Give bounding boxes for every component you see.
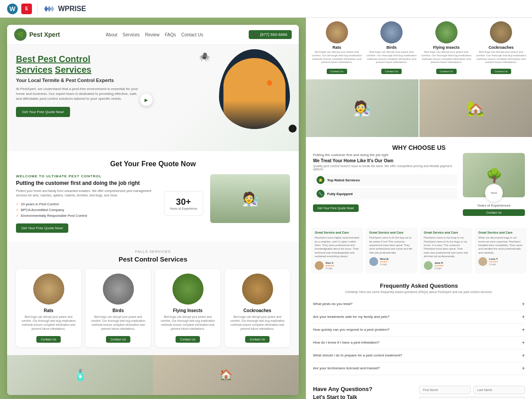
review-label-3: Great Service and Care	[424, 231, 469, 234]
fly-avatar	[435, 21, 458, 43]
why-choose-section: WHY CHOOSE US Putting the customer first…	[306, 139, 532, 224]
contact-title: Have Any Questions?	[313, 386, 414, 392]
nav-faqs[interactable]: FAQs	[165, 32, 176, 37]
reviewer-avatar-3	[424, 261, 433, 270]
faq-q1: What pests do you treat?	[313, 302, 352, 306]
services-label: FALLS SERVICES	[16, 250, 290, 254]
nav-services[interactable]: Services	[123, 32, 140, 37]
birds-contact-btn[interactable]: Contact Us	[106, 336, 130, 343]
hero-person-image	[223, 58, 286, 129]
strip-image-1: 🧴	[7, 355, 153, 395]
first-name-input[interactable]	[419, 386, 471, 394]
pest-card-roach-right: Cockroaches Bed bugs can disrupt your pe…	[476, 21, 527, 74]
contact-section: Have Any Questions? Let's Start to Talk …	[306, 380, 532, 399]
cockroaches-desc: Bed bugs can disrupt your peace and comf…	[229, 315, 286, 331]
quote-cta-button[interactable]: Get Your Free Quote Now!	[16, 223, 68, 233]
faq-item-6[interactable]: Are your technicians licensed and traine…	[313, 362, 525, 375]
bird-btn-right[interactable]: Contact Us	[381, 69, 402, 74]
services-title: Pest Control Services	[16, 255, 290, 263]
reviewer-info-2: Nina B. ★★★★☆ Google	[380, 258, 414, 266]
hero-text: Best Pest Control Services Services Your…	[16, 54, 140, 117]
rats-contact-btn[interactable]: Contact Us	[36, 336, 61, 343]
reviewer-1: Alex F. ★★★★★ Google	[315, 261, 360, 270]
flying-image	[172, 274, 203, 305]
nav-about[interactable]: About	[106, 32, 117, 37]
reviewer-info-4: Luna T. ★★★★★ Google	[489, 258, 523, 266]
quote-features: ✓20 years in Pest Control ✓BPCA Accredit…	[16, 201, 153, 219]
why-putting: Putting the customer first and doing the…	[313, 153, 458, 157]
cockroaches-contact-btn[interactable]: Contact Us	[245, 336, 270, 343]
dots-pattern: · · · ·· · · ·· · · ·	[205, 51, 219, 62]
elementor-icon[interactable]: E	[21, 4, 32, 14]
play-button[interactable]: ▶	[140, 94, 153, 106]
quote-image: 🧑‍🔬	[210, 174, 290, 223]
why-feature-top-rated: ⭐ Top Rated Services	[313, 174, 458, 186]
why-left: Putting the customer first and doing the…	[313, 153, 458, 216]
why-cta-button[interactable]: Get Your Free Quote Now!	[313, 204, 359, 212]
right-content: Rats Bed bugs can disrupt your peace and…	[306, 18, 532, 399]
quote-inner: WELCOME TO ULTIMATE PEST CONTROL Putting…	[16, 174, 290, 233]
faq-plus-3: +	[522, 327, 525, 333]
rat-btn-right[interactable]: Contact Us	[327, 69, 347, 74]
nav-contact[interactable]: Contact Us	[181, 32, 203, 37]
site-logo: 🌿 Pest Xpert	[14, 28, 60, 41]
equipped-label: Fully Equipped	[327, 192, 352, 196]
hero-cta-button[interactable]: Get Your Free Quote Now!	[16, 107, 70, 117]
years-number: 30+	[170, 197, 197, 207]
last-name-input[interactable]	[473, 386, 525, 394]
bird-avatar	[380, 21, 403, 43]
quote-title: Get Your Free Quote Now	[16, 160, 290, 168]
roach-btn-right[interactable]: Contact Us	[491, 69, 511, 74]
review-card-3: Great Service and Care PestXpert came to…	[420, 227, 472, 273]
top-rated-icon: ⭐	[317, 176, 325, 184]
orange-dot-decoration	[267, 80, 272, 86]
why-right: 🌳 Years Years of Experiences Contact Us	[463, 153, 525, 216]
review-text-2: PestXpert came to fix the bug not to be …	[369, 236, 414, 254]
faq-item-4[interactable]: How do I know if I have a pest infestati…	[313, 336, 525, 349]
why-content: Putting the customer first and doing the…	[313, 153, 525, 216]
service-card-cockroaches: Cockroaches Bed bugs can disrupt your pe…	[225, 269, 290, 347]
services-grid: Rats Bed bugs can disrupt your peace and…	[16, 269, 290, 347]
bird-name-right: Birds	[366, 45, 418, 50]
nav-review[interactable]: Review	[145, 32, 160, 37]
birds-image	[103, 274, 134, 305]
pest-card-flying-right: Flying Insects Bed bugs can disrupt your…	[421, 21, 472, 74]
review-card-4: Great Service and Care When we discovere…	[475, 227, 527, 273]
nav-cta-phone[interactable]: 📞 (877) 550-6666	[249, 30, 292, 39]
contact-subtitle: Let's Start to Talk	[313, 394, 414, 399]
divider	[37, 4, 38, 14]
faq-item-5[interactable]: What should I do to prepare for a pest c…	[313, 349, 525, 362]
years-badge: 30+ Years of Experience	[164, 191, 203, 216]
quote-section: Get Your Free Quote Now WELCOME TO ULTIM…	[7, 151, 299, 242]
faq-plus-4: +	[522, 340, 525, 346]
faq-plus-5: +	[522, 352, 525, 359]
fly-btn-right[interactable]: Contact Us	[436, 69, 457, 74]
pest-worker-image: 🧑‍🔬	[210, 174, 290, 223]
review-card-1: Great Service and Care PestXpert came hi…	[311, 227, 363, 273]
quote-desc: Protect your home and family from unwant…	[16, 189, 153, 198]
exp-contact-btn[interactable]: Contact Us	[463, 209, 525, 216]
faq-q2: Are your treatments safe for my family a…	[313, 315, 390, 319]
quote-label: WELCOME TO ULTIMATE PEST CONTROL	[16, 174, 153, 178]
wprise-logo[interactable]: WPRISE	[43, 4, 86, 13]
exp-label: Years of Experiences	[463, 203, 525, 207]
quote-heading: Putting the customer first and doing the…	[16, 180, 153, 186]
why-image: 🌳 Years	[463, 153, 525, 197]
right-image-2: 🏡	[419, 79, 532, 137]
faq-item-1[interactable]: What pests do you treat? +	[313, 298, 525, 311]
top-rated-label: Top Rated Services	[327, 178, 360, 182]
wordpress-icon[interactable]: W	[7, 4, 18, 14]
review-text-1: PestXpert came highly recommended by a n…	[315, 236, 360, 258]
review-card-2: Great Service and Care PestXpert came to…	[366, 227, 418, 273]
flying-contact-btn[interactable]: Contact Us	[176, 336, 200, 343]
fly-name-right: Flying Insects	[421, 45, 472, 50]
rat-desc-right: Bed bugs can disrupt your peace and comf…	[311, 51, 363, 64]
top-bar: W E WPRISE	[0, 0, 532, 18]
faq-item-3[interactable]: How quickly can you respond to a pest pr…	[313, 324, 525, 336]
phone-input[interactable]	[419, 397, 525, 399]
left-panel: 🌿 Pest Xpert About Services Review FAQs …	[0, 18, 306, 399]
faq-item-2[interactable]: Are your treatments safe for my family a…	[313, 311, 525, 324]
hero-image	[219, 49, 290, 129]
cockroaches-name: Cockroaches	[229, 308, 286, 313]
review-label-2: Great Service and Care	[369, 231, 414, 234]
